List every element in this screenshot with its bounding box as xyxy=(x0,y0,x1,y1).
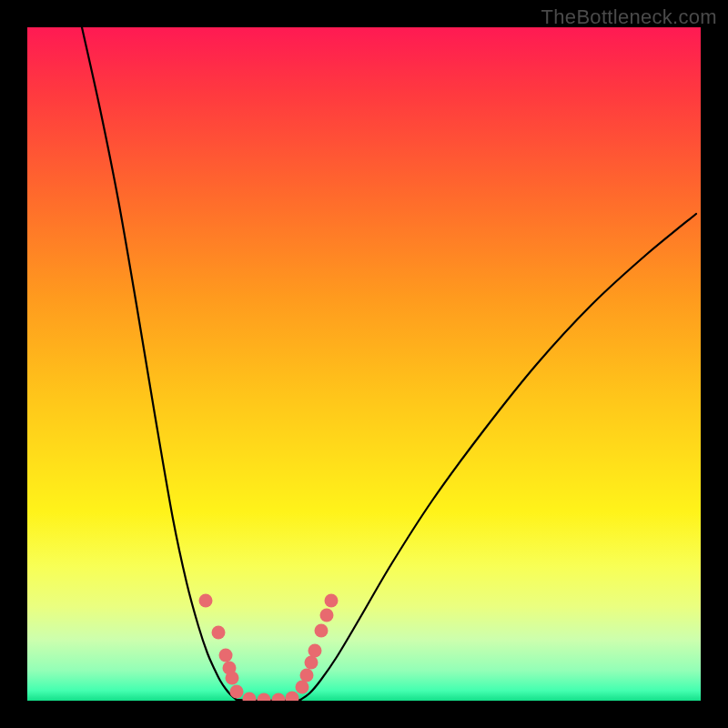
chart-frame: TheBottleneck.com xyxy=(0,0,728,728)
valley-marker xyxy=(315,624,329,638)
gradient-background xyxy=(27,27,701,701)
valley-marker xyxy=(219,649,233,662)
valley-marker xyxy=(226,672,239,685)
watermark-text: TheBottleneck.com xyxy=(541,5,717,29)
valley-marker xyxy=(308,644,322,658)
valley-marker xyxy=(230,685,244,699)
bottleneck-chart xyxy=(27,27,701,701)
valley-marker xyxy=(300,669,314,682)
valley-marker xyxy=(199,594,213,608)
valley-marker xyxy=(296,681,309,694)
plot-area xyxy=(27,27,701,701)
valley-marker xyxy=(325,594,339,608)
valley-marker xyxy=(212,626,226,640)
valley-marker xyxy=(320,609,334,622)
valley-marker xyxy=(305,656,318,670)
